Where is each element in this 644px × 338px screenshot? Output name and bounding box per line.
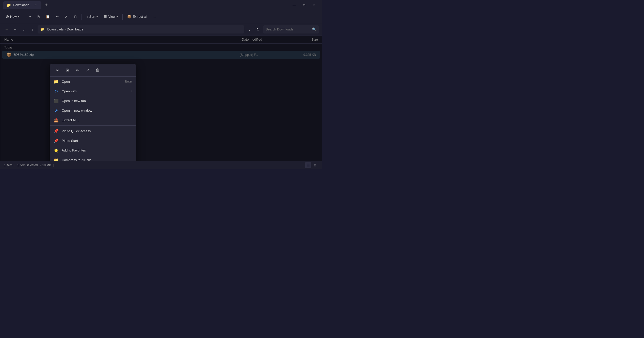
ctx-compress-zip-label: Compress to ZIP file — [62, 158, 132, 161]
dropdown-button[interactable]: ⌄ — [246, 26, 253, 33]
ctx-open-label: Open — [62, 80, 122, 83]
content-area: Name Date modified Size Today 📦 7D68v152… — [0, 36, 322, 161]
ctx-add-favorites-icon: ⭐ — [54, 148, 59, 153]
ctx-open[interactable]: 📁 Open Enter — [50, 77, 136, 86]
tile-view-button[interactable]: ⊞ — [312, 162, 318, 168]
main-area: Name Date modified Size Today 📦 7D68v152… — [0, 36, 322, 161]
ctx-open-new-window[interactable]: ↗ Open in new window — [50, 106, 136, 115]
context-menu-overlay — [0, 36, 322, 161]
context-menu: ✂ ⎘ ✏ ↗ 🗑 📁 Open Enter ⚙ Open with › ⬛ — [50, 64, 136, 161]
ctx-pin-quick-label: Pin to Quick access — [62, 129, 132, 133]
ctx-compress-zip-icon: 📁 — [54, 157, 59, 161]
extract-label: Extract all — [133, 15, 147, 19]
ctx-pin-start-label: Pin to Start — [62, 139, 132, 143]
address-bar: ← → ⌄ ↑ 📁 › Downloads › Downloads ⌄ ↻ 🔍 — [0, 23, 322, 36]
share-icon: ↗ — [65, 15, 68, 19]
toolbar-sep-1 — [24, 14, 24, 20]
sort-arrow: ▾ — [96, 15, 98, 18]
ctx-delete-button[interactable]: 🗑 — [94, 66, 102, 74]
selected-count: 1 item selected — [17, 163, 38, 167]
view-label: View — [108, 15, 115, 19]
ctx-open-new-tab-label: Open in new tab — [62, 99, 132, 103]
address-path[interactable]: 📁 › Downloads › Downloads — [38, 25, 244, 33]
more-button[interactable]: ··· — [151, 13, 158, 20]
refresh-button[interactable]: ↻ — [254, 26, 262, 33]
ctx-open-new-window-label: Open in new window — [62, 109, 132, 112]
tab-title: Downloads — [13, 3, 29, 7]
rename-button[interactable]: ✏ — [53, 13, 61, 20]
ctx-copy-button[interactable]: ⎘ — [63, 66, 71, 74]
ctx-share-button[interactable]: ↗ — [84, 66, 92, 74]
ctx-open-icon: 📁 — [54, 79, 59, 84]
list-view-button[interactable]: ☰ — [305, 162, 311, 168]
ctx-compress-zip[interactable]: 📁 Compress to ZIP file — [50, 155, 136, 161]
forward-button[interactable]: → — [12, 26, 19, 33]
ctx-open-with[interactable]: ⚙ Open with › — [50, 86, 136, 96]
up-button[interactable]: ↑ — [29, 26, 36, 33]
ctx-cut-button[interactable]: ✂ — [53, 66, 61, 74]
new-label: New — [10, 15, 17, 19]
extract-icon: 📦 — [127, 15, 131, 19]
ctx-pin-start-icon: 📌 — [54, 138, 59, 143]
ctx-extract-all[interactable]: 📤 Extract All... — [50, 115, 136, 125]
paste-button[interactable]: 📋 — [43, 13, 52, 20]
share-button[interactable]: ↗ — [62, 13, 70, 20]
back-button[interactable]: ← — [3, 26, 10, 33]
item-count: 1 item — [4, 163, 12, 167]
status-bar: 1 item | 1 item selected 9.10 MB | ☰ ⊞ — [0, 161, 322, 169]
toolbar: ⊕ New ▾ ✂ ⎘ 📋 ✏ ↗ 🗑 ↕ Sort ▾ ☰ View ▾ 📦 … — [0, 10, 322, 23]
context-toolbar: ✂ ⎘ ✏ ↗ 🗑 — [50, 64, 136, 77]
ctx-rename-button[interactable]: ✏ — [73, 66, 82, 74]
maximize-button[interactable]: □ — [300, 1, 309, 9]
cut-button[interactable]: ✂ — [26, 13, 34, 20]
ctx-open-with-icon: ⚙ — [54, 89, 59, 94]
ctx-open-with-label: Open with — [62, 89, 128, 93]
selected-size: 9.10 MB — [40, 163, 51, 167]
delete-button[interactable]: 🗑 — [71, 13, 79, 20]
ctx-extract-all-icon: 📤 — [54, 117, 59, 123]
delete-icon: 🗑 — [74, 15, 77, 19]
cut-icon: ✂ — [29, 15, 31, 19]
search-icon: 🔍 — [312, 27, 316, 31]
path-icon: 📁 — [40, 27, 44, 31]
ctx-add-favorites-label: Add to Favorites — [62, 148, 132, 152]
ctx-open-shortcut: Enter — [125, 80, 132, 83]
path-part-2: Downloads — [67, 27, 83, 31]
title-bar: 📁 Downloads ✕ + — □ ✕ — [0, 0, 322, 10]
sort-button[interactable]: ↕ Sort ▾ — [84, 13, 100, 20]
copy-button[interactable]: ⎘ — [35, 13, 42, 20]
close-button[interactable]: ✕ — [310, 1, 319, 9]
paste-icon: 📋 — [46, 15, 50, 19]
window-controls: — □ ✕ — [289, 1, 319, 9]
sort-icon: ↕ — [86, 15, 88, 19]
ctx-pin-quick-icon: 📌 — [54, 128, 59, 133]
search-input[interactable] — [266, 27, 311, 31]
toolbar-sep-3 — [122, 14, 123, 20]
more-icon: ··· — [153, 15, 156, 19]
ctx-open-new-tab-icon: ⬛ — [54, 98, 59, 103]
sort-label: Sort — [89, 15, 95, 19]
new-button[interactable]: ⊕ New ▾ — [3, 13, 22, 21]
active-tab[interactable]: 📁 Downloads ✕ — [3, 1, 41, 9]
new-tab-button[interactable]: + — [43, 2, 49, 8]
ctx-pin-start[interactable]: 📌 Pin to Start — [50, 136, 136, 145]
toolbar-sep-2 — [82, 14, 82, 20]
extract-button[interactable]: 📦 Extract all — [125, 13, 150, 20]
tab-close-button[interactable]: ✕ — [33, 3, 38, 7]
ctx-sep-1 — [50, 125, 136, 126]
ctx-open-new-tab[interactable]: ⬛ Open in new tab — [50, 96, 136, 106]
ctx-pin-quick[interactable]: 📌 Pin to Quick access — [50, 126, 136, 136]
copy-icon: ⎘ — [38, 15, 40, 19]
view-arrow: ▾ — [117, 15, 118, 18]
path-part-1: Downloads — [47, 27, 63, 31]
view-icon: ☰ — [104, 15, 107, 19]
minimize-button[interactable]: — — [289, 1, 299, 9]
tab-icon: 📁 — [7, 3, 11, 7]
view-button[interactable]: ☰ View ▾ — [101, 13, 120, 20]
ctx-add-favorites[interactable]: ⭐ Add to Favorites — [50, 145, 136, 155]
ctx-open-with-arrow: › — [131, 89, 132, 93]
recent-button[interactable]: ⌄ — [20, 26, 27, 33]
search-box[interactable]: 🔍 — [263, 25, 319, 33]
new-dropdown-arrow: ▾ — [18, 15, 19, 18]
new-icon: ⊕ — [6, 14, 9, 19]
